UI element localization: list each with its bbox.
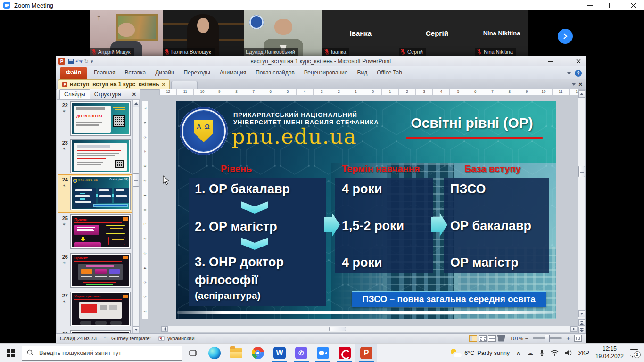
save-button[interactable] — [68, 59, 74, 64]
zoom-maximize-button[interactable] — [601, 0, 622, 10]
levels-box[interactable]: 1. ОР бакалавр 2. ОР магістр 3. ОНР докт… — [189, 178, 326, 306]
ppt-close-button[interactable] — [571, 56, 586, 66]
normal-view-button[interactable] — [469, 335, 477, 342]
scroll-left-button[interactable] — [161, 326, 168, 332]
next-participants-button[interactable] — [558, 29, 573, 44]
participant-video-3-active-speaker[interactable]: Едуард Лапковський — [244, 10, 322, 56]
taskbar-edge-button[interactable] — [204, 344, 225, 362]
microphone-icon[interactable] — [539, 349, 545, 356]
taskbar-search[interactable] — [22, 346, 182, 361]
slide-thumbnail-23[interactable]: 23 ✶ — [58, 138, 133, 175]
volume-icon[interactable] — [565, 350, 572, 356]
slide-thumbnail-24-selected[interactable]: 24 ✶ pnu.edu.ua Освітні рівні (ОР) — [58, 175, 133, 212]
basis-box[interactable]: ПЗСО ОР бакалавр ОР магістр — [444, 178, 549, 273]
tab-bar-close-icon[interactable]: ✕ — [578, 82, 583, 88]
document-tab-close-icon[interactable]: ✕ — [162, 82, 165, 87]
slide-thumbnail-26[interactable]: 26 ✶ Проект — [58, 252, 133, 289]
help-button[interactable]: ? — [575, 70, 582, 77]
undo-button[interactable]: ↶▾ — [75, 58, 83, 65]
scroll-right-button[interactable] — [570, 326, 577, 332]
panel-close-icon[interactable]: ✕ — [132, 91, 136, 98]
taskbar-word-button[interactable]: W — [269, 344, 290, 362]
participant-tile-4[interactable]: Іванка Іванка — [322, 10, 399, 56]
zoom-slider-thumb[interactable] — [545, 335, 550, 342]
participant-tile-6[interactable]: Nina Nikitina Nina Nikitina — [475, 10, 528, 56]
zoom-minimize-button[interactable] — [579, 0, 601, 10]
ribbon-tab-view[interactable]: Вид — [353, 67, 372, 79]
ribbon-tab-file[interactable]: Файл — [60, 67, 87, 79]
slideshow-view-button[interactable] — [497, 335, 505, 342]
footnote-bar[interactable]: ПЗСО – повна загальна середня освіта — [352, 291, 546, 307]
participant-video-1[interactable]: † Андрій Міщук — [90, 10, 163, 56]
panel-tab-slides[interactable]: Слайды — [59, 89, 90, 99]
qat-customize-button[interactable]: ▾ — [91, 58, 93, 65]
ribbon-tab-officetab[interactable]: Office Tab — [372, 67, 407, 79]
previous-slide-button[interactable] — [578, 319, 585, 326]
task-view-button[interactable] — [182, 344, 204, 362]
participant-video-2[interactable]: Галина Волощук — [163, 10, 244, 56]
language-indicator[interactable]: УКР — [578, 350, 589, 356]
ribbon-tab-design[interactable]: Дизайн — [150, 67, 179, 79]
powerpoint-window-title: виступ_вступ на 1 курс_квітень - Microso… — [56, 58, 586, 65]
slide-canvas[interactable]: Α Ω ПРИКАРПАТСЬКИЙ НАЦІОНАЛЬНИЙ УНІВЕРСИ… — [176, 101, 556, 319]
column-header-level[interactable]: Рівень — [221, 164, 252, 174]
spellcheck-icon[interactable] — [158, 336, 165, 341]
start-button[interactable] — [0, 344, 22, 362]
ppt-minimize-button[interactable] — [543, 56, 557, 66]
column-header-basis[interactable]: База вступу — [464, 164, 521, 174]
column-header-term[interactable]: Термін навчання — [342, 164, 420, 174]
ribbon-tab-home[interactable]: Главная — [89, 67, 120, 79]
document-tab-active[interactable]: P виступ_вступ на 1 курс_квітень ✕ — [58, 79, 170, 89]
powerpoint-window: P ↶▾ ↻ ▾ виступ_вступ на 1 курс_квітень … — [56, 56, 586, 343]
zoom-close-button[interactable] — [622, 0, 644, 10]
slide-thumbnail-27[interactable]: 27 ✶ Характеристика — [58, 291, 133, 328]
panel-tab-outline[interactable]: Структура — [90, 90, 125, 99]
editor-vertical-scrollbar[interactable] — [578, 89, 586, 334]
taskbar-redapp-button[interactable] — [334, 344, 355, 362]
university-logo[interactable]: Α Ω — [180, 107, 228, 155]
onedrive-cloud-icon[interactable]: ☁ — [527, 349, 533, 357]
wifi-icon[interactable] — [551, 350, 559, 356]
slide-thumbnail-25[interactable]: 25 ✶ Проект — [58, 214, 133, 250]
ribbon-tab-insert[interactable]: Вставка — [120, 67, 151, 79]
title-underline-decor — [406, 137, 543, 139]
zoom-slider[interactable] — [533, 337, 562, 339]
expand-ribbon-icon[interactable] — [567, 72, 571, 74]
language-indicator[interactable]: украинский — [167, 336, 194, 341]
terms-box[interactable]: 4 роки 1,5-2 роки 4 роки — [335, 178, 433, 273]
next-slide-button[interactable] — [578, 327, 585, 333]
ribbon-tab-transitions[interactable]: Переходы — [179, 67, 215, 79]
scroll-down-button[interactable] — [133, 326, 139, 333]
search-input[interactable] — [38, 349, 172, 357]
scrollbar-thumb[interactable] — [578, 166, 585, 177]
editor-horizontal-scrollbar[interactable] — [161, 326, 578, 332]
weather-widget[interactable]: 6°C Partly sunny — [450, 349, 510, 357]
participant-tile-5[interactable]: Сергій Сергій — [399, 10, 475, 56]
slide-sorter-view-button[interactable] — [479, 335, 487, 342]
university-site[interactable]: pnu.edu.ua — [231, 124, 357, 149]
clock[interactable]: 12:15 19.04.2022 — [595, 346, 624, 360]
fit-slide-button[interactable] — [574, 335, 582, 342]
ppt-maximize-button[interactable] — [557, 56, 571, 66]
new-document-tab[interactable] — [171, 81, 198, 89]
ribbon-tab-animations[interactable]: Анимация — [215, 67, 251, 79]
taskbar-zoom-button[interactable] — [312, 344, 334, 362]
reading-view-button[interactable] — [488, 335, 496, 342]
scroll-down-button[interactable] — [578, 310, 585, 317]
taskbar-powerpoint-button[interactable]: P — [355, 344, 377, 362]
redo-button[interactable]: ↻ — [84, 58, 89, 65]
tab-list-dropdown-icon[interactable] — [572, 83, 576, 86]
zoom-out-button[interactable]: − — [523, 335, 530, 342]
scroll-up-button[interactable] — [578, 90, 585, 98]
zoom-in-button[interactable]: + — [565, 335, 571, 342]
action-center-button[interactable]: 2 — [630, 349, 639, 357]
taskbar-explorer-button[interactable] — [225, 344, 247, 362]
taskbar-viber-button[interactable]: ✆ — [290, 344, 312, 362]
tray-expand-chevron-icon[interactable]: ∧ — [516, 349, 520, 357]
slide-title[interactable]: Освітні рівні (ОР) — [401, 115, 543, 131]
taskbar-chrome-button[interactable] — [247, 344, 269, 362]
scrollbar-thumb[interactable] — [329, 327, 346, 331]
slide-thumbnail-22[interactable]: 22 ✶ ДО 19 КВІТНЯ — [58, 100, 133, 137]
ribbon-tab-slideshow[interactable]: Показ слайдов — [251, 67, 299, 79]
ribbon-tab-review[interactable]: Рецензирование — [299, 67, 353, 79]
